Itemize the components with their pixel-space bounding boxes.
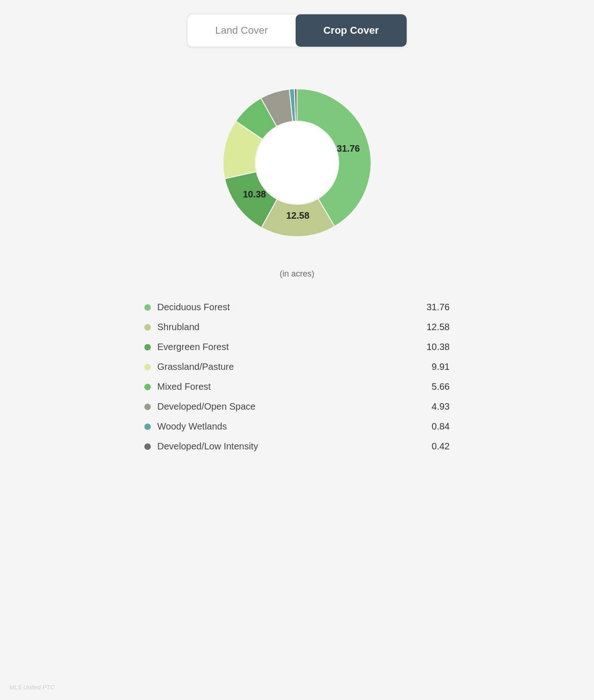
legend-item-label: Deciduous Forest <box>157 302 230 313</box>
legend-item-label: Developed/Open Space <box>157 401 255 412</box>
legend-dot <box>144 443 151 450</box>
chart-unit-label: (in acres) <box>279 269 314 279</box>
svg-text:31.76: 31.76 <box>337 143 360 154</box>
legend-item-label: Evergreen Forest <box>157 342 229 352</box>
donut-svg: 31.7612.5810.38 <box>200 66 394 260</box>
toggle-group: Land Cover Crop Cover <box>187 14 407 47</box>
legend-item-label: Developed/Low Intensity <box>157 441 258 452</box>
svg-point-3 <box>256 122 338 203</box>
legend-item: Shrubland 12.58 <box>135 317 459 337</box>
legend-item-left: Developed/Low Intensity <box>144 441 258 452</box>
legend-item: Developed/Open Space 4.93 <box>135 397 459 417</box>
donut-chart: 31.7612.5810.38 <box>200 66 394 260</box>
svg-text:10.38: 10.38 <box>243 189 266 199</box>
legend-item: Deciduous Forest 31.76 <box>135 297 459 317</box>
legend-item: Woody Wetlands 0.84 <box>135 417 459 436</box>
legend-item-label: Shrubland <box>157 322 199 332</box>
legend-item: Mixed Forest 5.66 <box>135 377 459 397</box>
legend-item-value: 4.93 <box>432 401 450 412</box>
legend-dot <box>144 384 151 390</box>
svg-text:12.58: 12.58 <box>286 210 309 221</box>
legend-dot <box>144 344 151 350</box>
legend-item-value: 12.58 <box>427 322 450 332</box>
main-container: Land Cover Crop Cover 31.7612.5810.38 (i… <box>121 14 473 686</box>
legend-item-value: 10.38 <box>427 342 450 352</box>
legend: Deciduous Forest 31.76 Shrubland 12.58 E… <box>135 297 459 456</box>
legend-item: Grassland/Pasture 9.91 <box>135 357 459 377</box>
legend-item-value: 31.76 <box>427 302 450 313</box>
legend-item-left: Developed/Open Space <box>144 401 255 412</box>
legend-item-left: Deciduous Forest <box>144 302 230 313</box>
legend-item-left: Evergreen Forest <box>144 342 229 352</box>
legend-dot <box>144 404 151 410</box>
legend-item-label: Woody Wetlands <box>157 421 227 432</box>
watermark: MLS United PTC <box>9 684 55 691</box>
legend-item: Developed/Low Intensity 0.42 <box>135 436 459 456</box>
land-cover-button[interactable]: Land Cover <box>187 14 296 47</box>
legend-item: Evergreen Forest 10.38 <box>135 337 459 357</box>
legend-item-left: Shrubland <box>144 322 199 332</box>
legend-item-label: Mixed Forest <box>157 381 211 392</box>
legend-dot <box>144 324 151 331</box>
legend-dot <box>144 424 151 430</box>
legend-item-left: Woody Wetlands <box>144 421 227 432</box>
legend-item-left: Mixed Forest <box>144 381 211 392</box>
legend-item-value: 5.66 <box>432 381 450 392</box>
legend-dot <box>144 364 151 370</box>
legend-item-value: 0.84 <box>432 421 450 432</box>
legend-item-label: Grassland/Pasture <box>157 362 234 372</box>
legend-item-value: 9.91 <box>432 362 450 372</box>
legend-item-value: 0.42 <box>432 441 450 452</box>
legend-dot <box>144 304 151 311</box>
crop-cover-button[interactable]: Crop Cover <box>296 14 407 47</box>
legend-item-left: Grassland/Pasture <box>144 362 234 372</box>
